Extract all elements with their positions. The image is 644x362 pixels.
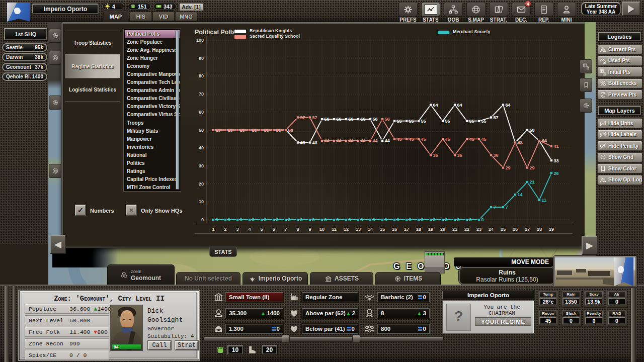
stat-list-item[interactable]: National: [125, 151, 180, 159]
stat-list-item[interactable]: Politics: [125, 159, 180, 167]
list-scrollbar[interactable]: [176, 31, 179, 190]
mail-icon: [516, 5, 526, 15]
governor-role: Governor: [147, 326, 174, 332]
stat-list-item[interactable]: Military Stats: [125, 127, 180, 135]
zone-stat-row: Populace36.600 ▲1400: [25, 304, 109, 314]
menu-smap-button[interactable]: S.MAP: [465, 2, 487, 22]
bottom-tab-no-unit-selected[interactable]: No Unit selected: [176, 272, 240, 285]
menu-strat-button[interactable]: STRAT.: [488, 2, 510, 22]
city-button-geomount[interactable]: Geomount37k: [2, 63, 47, 71]
edge-tool-button[interactable]: [49, 164, 61, 178]
menu-mini-button[interactable]: MINI: [555, 2, 578, 22]
chairman-text: You are theCHAIRMAN: [473, 304, 531, 316]
stat-list-item[interactable]: Comparative Manpower: [125, 70, 180, 78]
stats-window-tab[interactable]: STATS: [209, 247, 237, 257]
edge-tool-button[interactable]: [49, 51, 61, 65]
button-show-color[interactable]: Show Color: [597, 163, 642, 173]
regime-name-button[interactable]: Imperio Oporto: [32, 4, 99, 14]
menu-dec-button[interactable]: 4DEC.: [510, 2, 532, 22]
stat-list-item[interactable]: MTH Zone Control: [125, 184, 180, 192]
pipe-decoration: [4, 286, 9, 362]
svg-text:29: 29: [506, 165, 511, 170]
env-label-air: Air: [608, 292, 626, 297]
button-used-pts[interactable]: Used Pts: [597, 56, 642, 66]
bookmark-icon: [583, 81, 590, 88]
menu-prefs-button[interactable]: PREFS: [397, 2, 419, 22]
your-regime-button[interactable]: YOUR REGIME: [475, 317, 531, 326]
stat-list-item[interactable]: Zone Avg. Happiness: [125, 46, 180, 54]
stat-list-item[interactable]: Comparative Victory Score: [125, 103, 180, 111]
graph-people-icon: [599, 57, 607, 64]
tab-map[interactable]: MAP: [103, 10, 128, 22]
city-sprite[interactable]: [425, 251, 445, 274]
stat-list-item[interactable]: Comparative Virtus Score: [125, 111, 180, 119]
button-current-pts[interactable]: Current Pts: [597, 44, 642, 54]
edge-tool-button[interactable]: [49, 96, 61, 110]
svg-text:22: 22: [464, 227, 469, 232]
stat-list-item[interactable]: Economy: [125, 62, 180, 70]
edge-tool-button[interactable]: [580, 78, 592, 92]
button-show-op--log[interactable]: Show Op. Log: [597, 175, 642, 185]
scroll-left-button[interactable]: ◀: [50, 235, 66, 254]
category-tab-troop[interactable]: Troop Statistics: [65, 31, 120, 54]
button-initial-pts[interactable]: Initial Pts: [597, 67, 642, 77]
category-tab-regime[interactable]: Regime Statistics: [65, 54, 120, 78]
svg-text:36: 36: [457, 153, 462, 158]
svg-text:7: 7: [284, 227, 287, 232]
tab-his[interactable]: HIS: [130, 12, 152, 21]
end-turn-button[interactable]: [622, 2, 640, 16]
tab-mng[interactable]: MNG: [175, 12, 197, 21]
svg-text:13: 13: [356, 227, 361, 232]
tab-vid[interactable]: VID: [152, 12, 175, 21]
button-hide-labels[interactable]: Hide Labels: [597, 130, 642, 140]
category-tab-logistical[interactable]: Logistical Statistics: [65, 78, 120, 102]
move-mode-banner: MOVE MODE: [454, 257, 556, 266]
advisor-button[interactable]: Adv. [1]: [179, 3, 203, 11]
svg-text:28: 28: [537, 227, 542, 232]
city-button-darwin[interactable]: Darwin38k: [2, 53, 47, 61]
bottom-tab-assets[interactable]: ASSETS: [310, 272, 373, 285]
call-button[interactable]: Call: [148, 341, 171, 350]
strat-button[interactable]: Strat: [175, 341, 198, 350]
menu-rep-button[interactable]: REP.: [533, 2, 555, 22]
edge-tool-button[interactable]: [580, 59, 592, 73]
stat-list-item[interactable]: Political Polls: [125, 30, 180, 38]
stat-list-item[interactable]: Troops: [125, 119, 180, 127]
stat-list-item[interactable]: Manpower: [125, 135, 180, 143]
stat-list-item[interactable]: Zone Populace: [125, 38, 180, 46]
checkbox-only-show-hqs[interactable]: ✕: [126, 205, 137, 216]
button-hide-units[interactable]: Hide Units: [597, 118, 642, 128]
menu-stats-button[interactable]: STATS: [420, 2, 442, 22]
svg-text:17: 17: [404, 227, 409, 232]
unknown-leader-box[interactable]: ?: [446, 304, 471, 331]
stat-list-item[interactable]: Capital Price Indexes: [125, 175, 180, 184]
stat-list-item[interactable]: Ratings: [125, 167, 180, 175]
stat-list-item[interactable]: Inventories: [125, 143, 180, 151]
svg-text:26: 26: [554, 171, 559, 176]
svg-text:57: 57: [494, 115, 499, 120]
svg-text:50: 50: [252, 128, 257, 133]
city-button-qeholeri[interactable]: Qehole Ri.1400: [2, 72, 47, 81]
button-hide-penalty[interactable]: Hide Penalty: [597, 141, 642, 151]
button-preview-pts[interactable]: Preview Pts: [597, 89, 642, 100]
shq-selector[interactable]: 1st SHQ: [4, 28, 47, 40]
stat-list-item[interactable]: Comparative Tech Level: [125, 78, 180, 86]
menu-oob-button[interactable]: OOB: [442, 2, 464, 22]
svg-text:16: 16: [392, 227, 397, 232]
bottom-tab-items[interactable]: ITEMS: [375, 272, 441, 285]
pipe-decoration: [630, 286, 636, 362]
gearbig-icon: [52, 54, 59, 61]
bottom-tab-imperio-oporto[interactable]: Imperio Oporto: [243, 272, 308, 285]
edge-tool-button[interactable]: [49, 29, 61, 43]
stat-list-item[interactable]: Zone Hunger: [125, 54, 180, 62]
svg-text:43: 43: [312, 140, 317, 145]
checkbox-numbers[interactable]: ✓: [75, 205, 86, 216]
button-bottlenecks[interactable]: Bottlenecks: [597, 78, 642, 88]
stat-list-item[interactable]: Comparative Admin Level: [125, 86, 180, 95]
button-show-grid[interactable]: Show Grid: [597, 152, 642, 162]
city-button-seattle[interactable]: Seattle95k: [2, 43, 47, 52]
edge-tool-button[interactable]: [580, 99, 592, 113]
scroll-right-button[interactable]: ▶: [582, 236, 598, 255]
stat-list-item[interactable]: Comparative Civilisation: [125, 95, 180, 103]
bottom-tab-geomount[interactable]: ZONEGeomount: [107, 264, 175, 285]
